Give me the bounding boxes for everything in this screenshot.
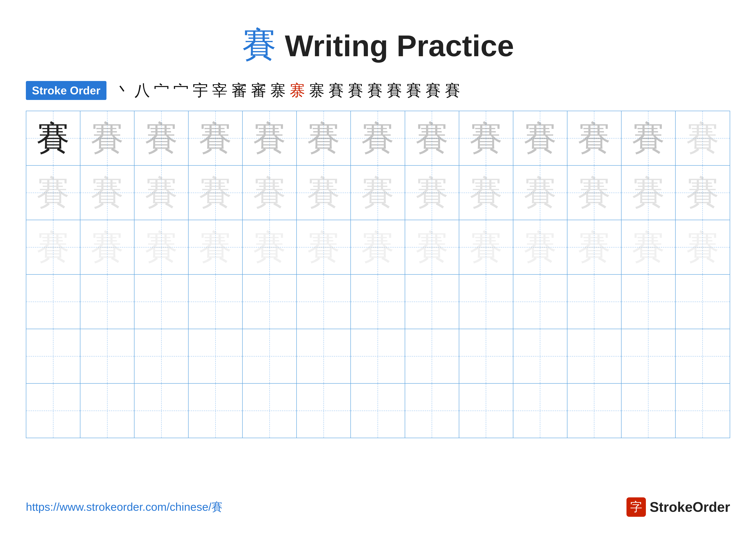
cell-5-5[interactable]: [243, 329, 297, 383]
cell-2-9[interactable]: 賽: [459, 165, 513, 220]
cell-1-8[interactable]: 賽: [405, 111, 459, 165]
char-1-2: 賽: [91, 121, 124, 155]
cell-4-13[interactable]: [676, 275, 730, 329]
cell-1-4[interactable]: 賽: [189, 111, 243, 165]
cell-1-5[interactable]: 賽: [243, 111, 297, 165]
cell-1-7[interactable]: 賽: [351, 111, 405, 165]
grid-row-2: 賽 賽 賽 賽 賽 賽 賽 賽 賽: [26, 165, 730, 220]
grid-row-4: [26, 275, 730, 329]
cell-6-11[interactable]: [567, 384, 622, 438]
cell-2-2[interactable]: 賽: [80, 165, 134, 220]
cell-3-1[interactable]: 賽: [26, 220, 80, 274]
cell-4-8[interactable]: [405, 275, 459, 329]
cell-1-10[interactable]: 賽: [513, 111, 567, 165]
cell-3-9[interactable]: 賽: [459, 220, 513, 274]
cell-1-6[interactable]: 賽: [297, 111, 351, 165]
stroke-15: 賽: [387, 83, 402, 98]
cell-6-6[interactable]: [297, 384, 351, 438]
char-2-2: 賽: [91, 176, 124, 209]
cell-1-3[interactable]: 賽: [134, 111, 189, 165]
stroke-8: 審: [251, 83, 266, 98]
cell-3-7[interactable]: 賽: [351, 220, 405, 274]
cell-6-2[interactable]: [80, 384, 134, 438]
cell-4-5[interactable]: [243, 275, 297, 329]
cell-5-6[interactable]: [297, 329, 351, 383]
cell-4-11[interactable]: [567, 275, 622, 329]
cell-1-2[interactable]: 賽: [80, 111, 134, 165]
cell-4-6[interactable]: [297, 275, 351, 329]
cell-4-12[interactable]: [622, 275, 676, 329]
stroke-10: 寨: [290, 83, 305, 98]
char-2-4: 賽: [199, 176, 232, 209]
cell-5-9[interactable]: [459, 329, 513, 383]
stroke-order-row: Stroke Order 丶 八 宀 宀 宇 宰 審 審 寨 寨 寨 賽 賽 賽…: [26, 81, 730, 100]
grid-row-6: [26, 384, 730, 438]
cell-6-9[interactable]: [459, 384, 513, 438]
stroke-3: 宀: [154, 83, 169, 98]
char-1-7: 賽: [361, 121, 394, 155]
cell-6-12[interactable]: [622, 384, 676, 438]
cell-5-13[interactable]: [676, 329, 730, 383]
cell-5-10[interactable]: [513, 329, 567, 383]
cell-4-9[interactable]: [459, 275, 513, 329]
cell-1-12[interactable]: 賽: [622, 111, 676, 165]
cell-4-2[interactable]: [80, 275, 134, 329]
stroke-4: 宀: [173, 83, 189, 98]
cell-6-5[interactable]: [243, 384, 297, 438]
cell-4-3[interactable]: [134, 275, 189, 329]
cell-3-3[interactable]: 賽: [134, 220, 189, 274]
cell-3-12[interactable]: 賽: [622, 220, 676, 274]
stroke-16: 賽: [406, 83, 421, 98]
char-3-13: 賽: [686, 231, 719, 264]
cell-2-5[interactable]: 賽: [243, 165, 297, 220]
cell-2-1[interactable]: 賽: [26, 165, 80, 220]
cell-6-10[interactable]: [513, 384, 567, 438]
cell-5-3[interactable]: [134, 329, 189, 383]
cell-3-5[interactable]: 賽: [243, 220, 297, 274]
char-1-11: 賽: [578, 121, 611, 155]
cell-3-2[interactable]: 賽: [80, 220, 134, 274]
cell-1-13[interactable]: 賽: [676, 111, 730, 165]
cell-2-6[interactable]: 賽: [297, 165, 351, 220]
cell-3-6[interactable]: 賽: [297, 220, 351, 274]
cell-1-1[interactable]: 賽: [26, 111, 80, 165]
char-1-1: 賽: [37, 121, 70, 155]
cell-6-1[interactable]: [26, 384, 80, 438]
cell-6-13[interactable]: [676, 384, 730, 438]
cell-2-7[interactable]: 賽: [351, 165, 405, 220]
cell-6-8[interactable]: [405, 384, 459, 438]
cell-3-11[interactable]: 賽: [567, 220, 622, 274]
cell-5-8[interactable]: [405, 329, 459, 383]
cell-6-3[interactable]: [134, 384, 189, 438]
char-2-11: 賽: [578, 176, 611, 209]
cell-4-1[interactable]: [26, 275, 80, 329]
cell-2-12[interactable]: 賽: [622, 165, 676, 220]
cell-2-11[interactable]: 賽: [567, 165, 622, 220]
cell-4-7[interactable]: [351, 275, 405, 329]
char-3-4: 賽: [199, 231, 232, 264]
cell-5-11[interactable]: [567, 329, 622, 383]
cell-2-10[interactable]: 賽: [513, 165, 567, 220]
cell-3-8[interactable]: 賽: [405, 220, 459, 274]
cell-4-10[interactable]: [513, 275, 567, 329]
cell-2-4[interactable]: 賽: [189, 165, 243, 220]
cell-5-12[interactable]: [622, 329, 676, 383]
char-3-8: 賽: [415, 231, 449, 264]
cell-3-10[interactable]: 賽: [513, 220, 567, 274]
cell-1-11[interactable]: 賽: [567, 111, 622, 165]
cell-6-4[interactable]: [189, 384, 243, 438]
cell-2-13[interactable]: 賽: [676, 165, 730, 220]
stroke-2: 八: [134, 83, 150, 98]
cell-2-3[interactable]: 賽: [134, 165, 189, 220]
cell-3-13[interactable]: 賽: [676, 220, 730, 274]
footer: https://www.strokeorder.com/chinese/賽 字 …: [26, 497, 730, 517]
cell-5-2[interactable]: [80, 329, 134, 383]
cell-5-7[interactable]: [351, 329, 405, 383]
cell-3-4[interactable]: 賽: [189, 220, 243, 274]
cell-4-4[interactable]: [189, 275, 243, 329]
cell-5-4[interactable]: [189, 329, 243, 383]
cell-6-7[interactable]: [351, 384, 405, 438]
cell-1-9[interactable]: 賽: [459, 111, 513, 165]
cell-5-1[interactable]: [26, 329, 80, 383]
cell-2-8[interactable]: 賽: [405, 165, 459, 220]
